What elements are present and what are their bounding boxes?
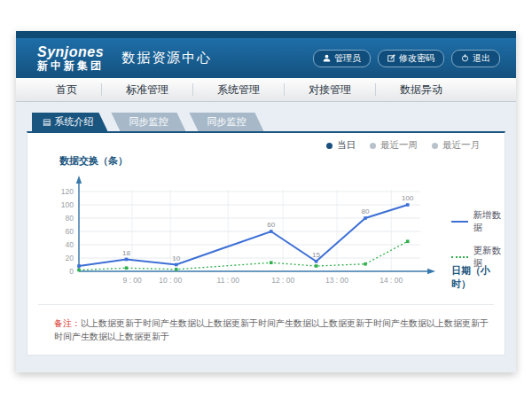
nav-item-docking-mgmt[interactable]: 对接管理: [285, 83, 376, 96]
svg-text:40: 40: [66, 240, 74, 249]
nav-item-standard-mgmt[interactable]: 标准管理: [102, 83, 193, 96]
line-chart: 9 : 0010 : 0011 : 0012 : 0013 : 0014 : 0…: [43, 170, 442, 301]
tab-sync-monitor-1[interactable]: 同步监控: [111, 113, 185, 131]
range-option-today[interactable]: 当日: [326, 139, 356, 152]
svg-text:0: 0: [69, 267, 74, 276]
svg-text:100: 100: [402, 194, 414, 202]
power-icon: [461, 54, 469, 62]
svg-text:80: 80: [66, 214, 74, 223]
nav-item-home[interactable]: 首页: [32, 83, 102, 96]
top-accent-strip: [16, 31, 516, 38]
tabs-row: ▤ 系统介绍 同步监控 同步监控: [32, 113, 505, 131]
legend-item-new-data: 新增数据: [451, 209, 505, 234]
change-password-label: 修改密码: [399, 52, 434, 65]
company-logo: Synjones 新中新集团: [37, 45, 104, 71]
svg-text:100: 100: [61, 200, 74, 209]
dotted-line-icon: [451, 256, 468, 258]
footnote: 备注：以上数据更新于时间产生数据以上数据更新于时间产生数据以上数据更新于时间产生…: [54, 317, 490, 343]
panel-divider: [38, 304, 494, 305]
footnote-text: 以上数据更新于时间产生数据以上数据更新于时间产生数据以上数据更新于时间产生数据以…: [54, 318, 489, 341]
nav-item-system-mgmt[interactable]: 系统管理: [193, 83, 285, 96]
series-legend: 新增数据 更新数据: [451, 209, 505, 270]
svg-text:10: 10: [172, 254, 180, 262]
admin-user-label: 管理员: [334, 52, 361, 65]
content-area: ▤ 系统介绍 同步监控 同步监控 当日 最近一周: [16, 102, 516, 356]
footnote-label: 备注：: [54, 318, 81, 328]
svg-text:14 : 00: 14 : 00: [379, 276, 403, 285]
radio-dot: [370, 143, 376, 149]
tab-sync-monitor-2[interactable]: 同步监控: [189, 113, 263, 131]
app-header: Synjones 新中新集团 数据资源中心 管理员 修改密码 退出: [16, 38, 516, 78]
tab-system-intro[interactable]: ▤ 系统介绍: [32, 113, 107, 131]
legend-item-updated-data: 更新数据: [451, 245, 505, 270]
range-option-today-label: 当日: [337, 139, 356, 152]
user-area: 管理员 修改密码 退出: [313, 50, 500, 67]
time-range-options: 当日 最近一周 最近一月: [326, 139, 480, 152]
chart-panel: 当日 最近一周 最近一月 数据交换（条） 9 : 0010 : 0011 : 0…: [27, 131, 505, 356]
radio-dot: [326, 143, 332, 149]
range-option-last-month[interactable]: 最近一月: [432, 139, 480, 152]
admin-user-button[interactable]: 管理员: [313, 50, 371, 67]
tab-system-intro-label: 系统介绍: [54, 115, 93, 129]
edit-icon: [387, 54, 395, 62]
svg-text:11 : 00: 11 : 00: [217, 276, 240, 285]
nav-item-data-change[interactable]: 数据异动: [376, 83, 466, 96]
svg-text:18: 18: [122, 249, 130, 257]
range-option-last-week-label: 最近一周: [380, 139, 418, 152]
user-icon: [323, 54, 331, 62]
y-axis-title: 数据交换（条）: [59, 154, 128, 168]
page-title: 数据资源中心: [121, 50, 212, 66]
main-nav: 首页 标准管理 系统管理 对接管理 数据异动: [16, 78, 516, 102]
svg-text:10 : 00: 10 : 00: [159, 276, 182, 285]
svg-text:20: 20: [66, 254, 74, 262]
svg-text:13 : 00: 13 : 00: [325, 276, 348, 285]
svg-text:80: 80: [362, 207, 370, 215]
tab-sync-monitor-1-label: 同步监控: [129, 115, 168, 129]
tab-sync-monitor-2-label: 同步监控: [207, 115, 246, 129]
legend-updated-data-label: 更新数据: [473, 245, 505, 270]
logo-text-cn: 新中新集团: [37, 60, 104, 72]
svg-text:60: 60: [267, 221, 275, 229]
logout-button[interactable]: 退出: [451, 50, 500, 67]
change-password-button[interactable]: 修改密码: [378, 50, 444, 67]
range-option-last-week[interactable]: 最近一周: [370, 139, 418, 152]
logout-label: 退出: [473, 52, 490, 65]
svg-text:9 : 00: 9 : 00: [122, 276, 142, 285]
radio-dot: [432, 143, 438, 149]
legend-new-data-label: 新增数据: [473, 209, 505, 234]
svg-text:60: 60: [66, 227, 74, 236]
logo-text-en: Synjones: [37, 45, 104, 60]
svg-text:120: 120: [61, 187, 74, 196]
range-option-last-month-label: 最近一月: [442, 139, 480, 152]
svg-text:12 : 00: 12 : 00: [271, 276, 294, 285]
app-window: Synjones 新中新集团 数据资源中心 管理员 修改密码 退出 首页 标准管…: [16, 31, 516, 372]
solid-line-icon: [451, 221, 468, 223]
svg-text:15: 15: [312, 251, 320, 259]
document-icon: ▤: [43, 118, 51, 127]
